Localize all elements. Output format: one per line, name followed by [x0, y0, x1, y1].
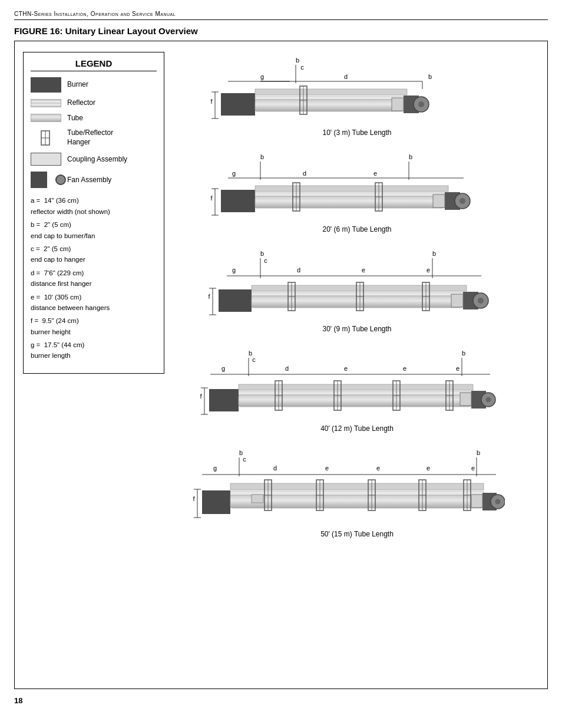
svg-text:b: b [409, 153, 412, 160]
diagram-10ft: b c g d b f [175, 57, 539, 137]
diagram-50ft: b c b g d e e e e f [175, 449, 539, 538]
header-text: CTHN-Series Installation, Operation and … [14, 11, 548, 20]
svg-point-157 [495, 499, 501, 505]
svg-rect-158 [471, 495, 482, 508]
burner-icon [31, 77, 61, 93]
svg-rect-41 [255, 186, 448, 192]
svg-text:b: b [428, 73, 432, 80]
svg-text:e: e [373, 170, 377, 177]
tube-icon [31, 114, 61, 122]
svg-rect-71 [252, 296, 463, 308]
figure-title: FIGURE 16: Unitary Linear Layout Overvie… [14, 26, 548, 36]
diagrams-area: b c g d b f [175, 52, 539, 678]
coupling-label: Coupling Assembly [67, 155, 127, 164]
param-e: e = 10' (305 cm)distance between hangers [31, 292, 157, 314]
svg-text:b: b [260, 153, 264, 160]
reflector-icon [31, 99, 61, 107]
page: CTHN-Series Installation, Operation and … [0, 0, 562, 728]
svg-text:b: b [477, 449, 480, 456]
legend-item-coupling: Coupling Assembly [31, 153, 157, 166]
svg-text:c: c [264, 257, 267, 264]
param-c: c = 2" (5 cm)end cap to hanger [31, 243, 157, 265]
hanger-icon [31, 130, 61, 146]
svg-text:e: e [325, 465, 329, 472]
legend-box: LEGEND Burner Reflector Tube [23, 52, 164, 374]
svg-text:f: f [210, 195, 213, 202]
legend-title: LEGEND [31, 58, 157, 71]
svg-text:g: g [222, 365, 225, 372]
svg-text:f: f [208, 293, 210, 300]
svg-rect-119 [460, 393, 471, 406]
svg-rect-138 [230, 491, 484, 495]
diagram-30ft: b c b g d e e f [175, 250, 539, 333]
label-30ft: 30' (9 m) Tube Length [175, 325, 539, 333]
burner-label: Burner [67, 80, 88, 90]
svg-rect-43 [255, 196, 445, 208]
svg-rect-136 [202, 490, 230, 514]
svg-text:b: b [260, 250, 264, 257]
svg-point-52 [459, 198, 465, 204]
svg-text:f: f [193, 495, 195, 502]
svg-rect-42 [255, 193, 448, 196]
svg-text:c: c [243, 456, 246, 463]
svg-rect-84 [451, 294, 463, 307]
tube-label: Tube [67, 114, 83, 123]
svg-text:e: e [362, 266, 365, 274]
fan-label: Fan Assembly [67, 176, 111, 185]
svg-rect-17 [255, 89, 407, 95]
svg-text:d: d [273, 465, 277, 472]
svg-text:e: e [376, 465, 380, 472]
param-a: a = 14" (36 cm)reflector width (not show… [31, 195, 157, 217]
svg-text:e: e [403, 365, 406, 372]
svg-point-83 [478, 298, 484, 304]
param-f: f = 9.5" (24 cm)burner height [31, 315, 157, 337]
svg-text:d: d [285, 365, 289, 372]
legend-item-tube: Tube [31, 114, 157, 123]
label-20ft: 20' (6 m) Tube Length [175, 225, 539, 233]
label-40ft: 40' (12 m) Tube Length [175, 424, 539, 433]
svg-text:g: g [232, 266, 236, 274]
param-g: g = 17.5" (44 cm)burner length [31, 340, 157, 361]
svg-text:b: b [249, 350, 252, 357]
hanger-label: Tube/ReflectorHanger [67, 129, 113, 147]
svg-text:b: b [462, 350, 465, 357]
svg-text:e: e [427, 465, 430, 472]
svg-text:g: g [232, 170, 236, 177]
svg-rect-19 [255, 100, 404, 111]
svg-point-118 [486, 397, 491, 403]
legend-item-reflector: Reflector [31, 98, 157, 108]
page-number: 18 [14, 696, 548, 705]
diagram-40ft-svg: b c b g d e e e f [175, 350, 539, 422]
diagram-40ft: b c b g d e e e f [175, 350, 539, 433]
svg-text:c: c [252, 356, 256, 363]
legend-item-hanger: Tube/ReflectorHanger [31, 129, 157, 147]
param-d: d = 7'6" (229 cm)distance first hanger [31, 268, 157, 289]
svg-rect-100 [209, 389, 239, 411]
coupling-icon [31, 153, 61, 166]
svg-text:e: e [456, 365, 459, 372]
svg-text:d: d [303, 170, 306, 177]
label-10ft: 10' (3 m) Tube Length [175, 129, 539, 137]
label-50ft: 50' (15 m) Tube Length [175, 530, 539, 538]
svg-point-25 [418, 101, 424, 107]
svg-text:g: g [260, 73, 264, 80]
svg-rect-137 [230, 483, 484, 490]
svg-text:d: d [297, 266, 300, 274]
svg-rect-103 [239, 395, 471, 407]
svg-text:c: c [300, 64, 304, 71]
svg-rect-40 [221, 190, 255, 212]
fan-icon [31, 172, 61, 188]
svg-text:g: g [213, 465, 217, 472]
svg-text:f: f [210, 98, 213, 105]
svg-rect-70 [252, 292, 467, 296]
svg-rect-69 [252, 285, 467, 291]
svg-rect-53 [433, 195, 445, 207]
reflector-label: Reflector [67, 98, 95, 108]
legend-params: a = 14" (36 cm)reflector width (not show… [31, 195, 157, 361]
svg-text:b: b [432, 250, 436, 257]
legend-item-burner: Burner [31, 77, 157, 93]
diagram-20ft-svg: b b g d e f [175, 153, 539, 223]
svg-rect-102 [239, 391, 473, 395]
svg-rect-159 [252, 495, 263, 503]
svg-text:b: b [296, 57, 299, 64]
